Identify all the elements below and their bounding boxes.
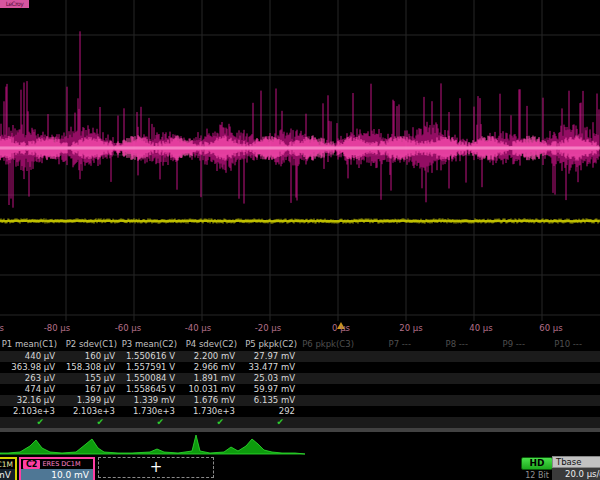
measure-cell: [471, 384, 528, 395]
status-check-icon: ✔: [180, 417, 240, 428]
measure-cell: 2.200 mV: [180, 351, 240, 362]
measure-cell: 33.477 mV: [240, 362, 300, 373]
c1-scale-value: 10.0 mV: [0, 469, 15, 480]
c2-channel-chip: C2: [23, 460, 40, 469]
measure-cell: [471, 362, 528, 373]
measure-header-P5[interactable]: P5 pkpk(C2): [240, 338, 300, 351]
measure-cell: 167 µV: [60, 384, 120, 395]
measure-cell: [414, 384, 471, 395]
channel-c2-descriptor[interactable]: C2 ERES DC1M 10.0 mV: [19, 457, 95, 480]
measure-cell: [585, 373, 600, 384]
measure-cell: 1.550616 V: [120, 351, 180, 362]
time-label: -80 µs: [44, 323, 70, 333]
c1-coupling-label: DC1M: [0, 459, 15, 469]
status-check-icon: ✔: [240, 417, 300, 428]
measure-cell: [414, 406, 471, 417]
measure-cell: 1.399 µV: [60, 395, 120, 406]
measure-cell: [414, 417, 471, 428]
timebase-title: Tbase: [552, 456, 600, 468]
measure-cell: 474 µV: [0, 384, 60, 395]
measure-cell: 1.339 mV: [120, 395, 180, 406]
time-label: 40 µs: [469, 323, 492, 333]
measure-cell: 10.031 mV: [180, 384, 240, 395]
measure-cell: [357, 417, 414, 428]
measure-cell: 363.98 µV: [0, 362, 60, 373]
c2-eres-tag: ERES: [42, 460, 59, 469]
measure-header-P11[interactable]: P11: [585, 338, 600, 351]
measure-header-P8[interactable]: P8 ---: [414, 338, 471, 351]
measure-header-P10[interactable]: P10 ---: [528, 338, 585, 351]
measure-cell: [471, 406, 528, 417]
corner-badge: LeCroy: [0, 0, 29, 8]
measure-header-P1[interactable]: P1 mean(C1): [0, 338, 60, 351]
channel-c1-descriptor[interactable]: DC1M 10.0 mV: [0, 457, 17, 480]
measure-cell: [528, 373, 585, 384]
add-trace-button[interactable]: +: [98, 457, 214, 478]
measure-cell: [585, 384, 600, 395]
measure-cell: 59.97 mV: [240, 384, 300, 395]
measure-header-P9[interactable]: P9 ---: [471, 338, 528, 351]
measure-header-P6[interactable]: P6 pkpk(C3): [300, 338, 357, 351]
table-divider: [0, 428, 600, 432]
measure-cell: 1.730e+3: [120, 406, 180, 417]
measure-row-max: 474 µV167 µV1.558645 V10.031 mV59.97 mV: [0, 384, 600, 395]
measure-cell: 6.135 mV: [240, 395, 300, 406]
time-label: -20 µs: [255, 323, 281, 333]
measure-row-status: ✔✔✔✔✔: [0, 417, 600, 428]
measure-cell: 2.103e+3: [60, 406, 120, 417]
histogram-trace: [0, 433, 600, 455]
measure-header-P3[interactable]: P3 mean(C2): [120, 338, 180, 351]
measure-header-P7[interactable]: P7 ---: [357, 338, 414, 351]
measure-cell: 155 µV: [60, 373, 120, 384]
measure-cell: 27.97 mV: [240, 351, 300, 362]
measure-cell: [528, 362, 585, 373]
measure-cell: [414, 362, 471, 373]
measure-cell: [414, 373, 471, 384]
measure-cell: [300, 384, 357, 395]
hd-bit-depth-label: 12 Bit: [517, 471, 557, 480]
measure-cell: [528, 406, 585, 417]
measure-row-num: 2.103e+32.103e+31.730e+31.730e+3292: [0, 406, 600, 417]
measure-cell: 440 µV: [0, 351, 60, 362]
time-label: 20 µs: [399, 323, 422, 333]
measure-header-P2[interactable]: P2 sdev(C1): [60, 338, 120, 351]
status-check-icon: ✔: [0, 417, 60, 428]
measure-cell: [471, 373, 528, 384]
measure-cell: [528, 384, 585, 395]
time-label: -100 µs: [0, 323, 4, 333]
measure-cell: [585, 362, 600, 373]
measure-cell: [528, 351, 585, 362]
measure-cell: 1.730e+3: [180, 406, 240, 417]
measure-cell: [471, 395, 528, 406]
measure-cell: [414, 351, 471, 362]
measure-cell: 1.558645 V: [120, 384, 180, 395]
c2-coupling-label: DC1M: [61, 460, 80, 469]
measure-cell: 263 µV: [0, 373, 60, 384]
measure-cell: [585, 406, 600, 417]
measure-cell: [357, 395, 414, 406]
measure-cell: [357, 384, 414, 395]
measure-header-P4[interactable]: P4 sdev(C2): [180, 338, 240, 351]
measure-cell: [300, 373, 357, 384]
measure-cell: [585, 395, 600, 406]
measure-cell: [471, 351, 528, 362]
measure-cell: [300, 406, 357, 417]
measure-cell: 2.103e+3: [0, 406, 60, 417]
measure-cell: 1.891 mV: [180, 373, 240, 384]
measure-cell: [585, 351, 600, 362]
c2-scale-value: 10.0 mV: [21, 469, 93, 480]
measure-cell: [300, 362, 357, 373]
measure-table: P1 mean(C1)P2 sdev(C1)P3 mean(C2)P4 sdev…: [0, 338, 600, 428]
measure-cell: 1.557591 V: [120, 362, 180, 373]
measure-cell: [357, 362, 414, 373]
timebase-descriptor[interactable]: Tbase 20.0 µs/div: [552, 456, 600, 480]
time-label: 60 µs: [539, 323, 562, 333]
measure-cell: [357, 351, 414, 362]
hd-mode-badge[interactable]: HD: [521, 457, 553, 470]
measure-row-value: 440 µV160 µV1.550616 V2.200 mV27.97 mV: [0, 351, 600, 362]
measure-row-sdev: 32.16 µV1.399 µV1.339 mV1.676 mV6.135 mV: [0, 395, 600, 406]
time-label: -60 µs: [115, 323, 141, 333]
measure-cell: 1.676 mV: [180, 395, 240, 406]
measure-cell: 158.308 µV: [60, 362, 120, 373]
measure-cell: [528, 395, 585, 406]
